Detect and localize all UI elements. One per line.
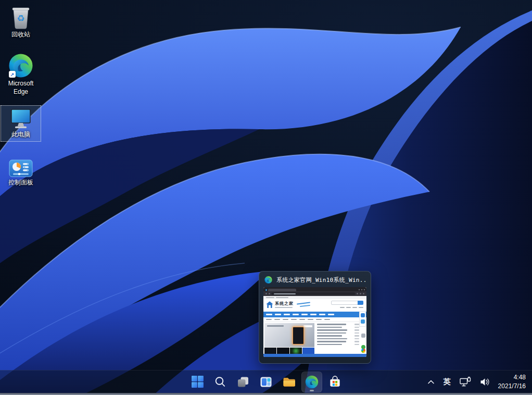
- site-search-button: [358, 301, 363, 305]
- tab-favicon: [265, 289, 267, 291]
- search-icon: [214, 376, 226, 388]
- nav-item-bar: [310, 314, 316, 315]
- slogan-bar: [300, 305, 310, 307]
- edge-icon: ↗: [8, 53, 33, 78]
- forward-icon: [269, 293, 270, 294]
- taskbar-edge-button[interactable]: [301, 372, 322, 392]
- list-date-bar: [354, 324, 359, 325]
- nav-item-bar: [319, 314, 325, 315]
- subnav-item-bar: [266, 319, 272, 320]
- list-title-bar: [317, 344, 342, 345]
- desktop-icon-control-panel[interactable]: 控制面板: [1, 156, 41, 190]
- list-title-bar: [317, 324, 346, 325]
- taskbar-taskview-button[interactable]: [233, 372, 254, 392]
- list-row: [317, 327, 359, 328]
- slogan-bar: [297, 302, 310, 304]
- subnav-item-bar: [299, 319, 305, 320]
- service-float-panel: [359, 311, 366, 327]
- taskbar-explorer-button[interactable]: [278, 372, 299, 392]
- screen-bottom-edge: [0, 393, 532, 395]
- site-logo-icon: [265, 301, 274, 309]
- speaker-icon: [479, 377, 490, 387]
- site-search-box: [331, 301, 363, 305]
- shortcut-arrow-icon: ↗: [9, 71, 16, 78]
- profile-icon: [360, 293, 361, 294]
- store-icon: [328, 375, 342, 389]
- desktop-icon-microsoft-edge[interactable]: ↗ Microsoft Edge: [1, 50, 41, 98]
- control-panel-icon: [9, 159, 33, 177]
- list-title-bar: [317, 332, 346, 334]
- chevron-up-icon: [427, 378, 435, 386]
- maximize-icon: [361, 289, 362, 290]
- hero-column: [264, 323, 314, 354]
- nav-item-bar: [275, 314, 281, 315]
- taskbar-preview-popup[interactable]: 系统之家官网_Win10系统_Win...: [259, 271, 371, 364]
- ime-label: 英: [444, 377, 451, 387]
- list-date-bar: [354, 335, 359, 337]
- close-icon: [364, 289, 365, 290]
- hero-thumb: [302, 348, 314, 354]
- taskbar: 英 4:48 2021/7/16: [0, 370, 532, 393]
- list-date-bar: [354, 329, 359, 331]
- taskbar-store-button[interactable]: [324, 372, 345, 392]
- edge-icon: [305, 375, 319, 389]
- hero-image: [264, 323, 314, 347]
- tray-chevron-button[interactable]: [424, 373, 438, 391]
- star-icon: [357, 293, 358, 294]
- side-icon: [361, 334, 365, 338]
- hero-thumbnails: [264, 348, 314, 354]
- url-text: [274, 293, 296, 294]
- site-tagline-bar: [275, 307, 293, 308]
- hero-thumb: [264, 348, 276, 354]
- edge-icon: [264, 276, 272, 284]
- hot-link-bar: [346, 307, 351, 308]
- network-icon: [459, 376, 471, 387]
- service-icon: [361, 319, 365, 324]
- list-row: [317, 344, 359, 345]
- tray-network-button[interactable]: [457, 373, 474, 391]
- browser-tab-strip: [263, 287, 366, 291]
- windows-logo-icon: [361, 349, 365, 353]
- preview-thumbnail[interactable]: 系统之家: [263, 287, 366, 357]
- service-icon: [361, 313, 365, 317]
- list-title-bar: [317, 327, 342, 328]
- desktop-icon-this-pc[interactable]: 此电脑: [1, 105, 41, 142]
- system-tray: 英 4:48 2021/7/16: [424, 371, 528, 393]
- taskbar-widgets-button[interactable]: [256, 372, 276, 392]
- list-date-bar: [354, 332, 359, 334]
- subnav-item-bar: [283, 319, 288, 320]
- folder-icon: [282, 375, 296, 389]
- hero-monolith: [293, 327, 304, 344]
- desktop-icon-label: 控制面板: [8, 179, 33, 187]
- subnav-item-bar: [291, 319, 297, 320]
- taskbar-start-button[interactable]: [187, 372, 208, 392]
- this-pc-icon: [9, 108, 32, 129]
- hero-thumb: [277, 348, 289, 354]
- hot-link-bar: [359, 307, 363, 308]
- browser-address-bar: [263, 291, 366, 296]
- taskbar-search-button[interactable]: [210, 372, 231, 392]
- list-row: [317, 324, 359, 325]
- bookmark-item: [276, 297, 288, 298]
- running-indicator: [310, 390, 314, 391]
- tray-volume-button[interactable]: [477, 373, 493, 391]
- nav-item-bar: [301, 314, 308, 315]
- preview-title-row: 系统之家官网_Win10系统_Win...: [259, 271, 371, 287]
- hero-thumb: [290, 348, 302, 354]
- tray-clock[interactable]: 4:48 2021/7/16: [496, 373, 528, 390]
- hero-caption-bar: [267, 325, 284, 327]
- hot-links-row: [340, 307, 363, 308]
- list-row: [317, 329, 359, 331]
- list-title-bar: [317, 335, 342, 337]
- hot-link-bar: [352, 307, 357, 308]
- desktop-icon-recycle-bin[interactable]: ♻ 回收站: [1, 3, 41, 42]
- tray-ime-button[interactable]: 英: [441, 373, 453, 391]
- list-title-bar: [317, 338, 347, 340]
- site-subnav-bar: [263, 317, 366, 322]
- url-field: [272, 292, 355, 295]
- list-date-bar: [354, 338, 359, 340]
- desktop-icon-label: 此电脑: [11, 131, 30, 139]
- site-nav-bar: [263, 312, 366, 317]
- bookmark-item: [266, 297, 274, 298]
- subnav-item-bar: [324, 319, 330, 320]
